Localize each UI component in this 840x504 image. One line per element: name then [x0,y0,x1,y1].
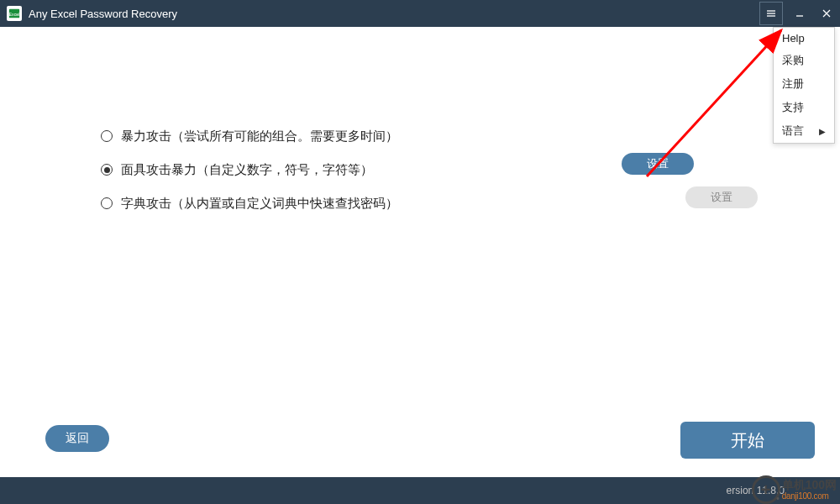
mask-settings-button[interactable]: 设置 [622,153,694,175]
button-label: 设置 [711,190,732,205]
hamburger-dropdown-menu: Help 采购 注册 支持 语言 ▶ [773,27,835,144]
option-mask-attack[interactable]: 面具攻击暴力（自定义数字，符号，字符等） [101,153,840,186]
radio-icon-selected [101,164,113,176]
radio-icon [101,197,113,209]
menu-item-label: Help [782,32,805,45]
menu-item-help[interactable]: Help [774,28,834,49]
app-title: Any Excel Password Recovery [29,8,177,20]
main-content: 暴力攻击（尝试所有可能的组合。需要更多时间） 面具攻击暴力（自定义数字，符号，字… [0,27,840,477]
watermark-logo-icon: + [752,475,780,504]
button-label: 开始 [731,429,764,452]
menu-item-label: 采购 [782,53,804,68]
menu-item-register[interactable]: 注册 [774,72,834,96]
titlebar: Excel Any Excel Password Recovery [0,0,840,27]
close-button[interactable] [813,0,840,27]
menu-item-purchase[interactable]: 采购 [774,49,834,72]
svg-text:Excel: Excel [9,12,20,17]
menu-item-language[interactable]: 语言 ▶ [774,119,834,143]
watermark-url: danji100.com [782,491,837,501]
menu-item-label: 注册 [782,76,804,92]
watermark-cn: 单机100网 [782,479,837,491]
menu-item-label: 语言 [782,123,804,139]
option-brute-force[interactable]: 暴力攻击（尝试所有可能的组合。需要更多时间） [101,119,840,153]
menu-item-support[interactable]: 支持 [774,96,834,119]
button-label: 设置 [647,156,669,171]
start-button[interactable]: 开始 [680,422,815,459]
menu-item-label: 支持 [782,100,804,115]
option-label: 面具攻击暴力（自定义数字，符号，字符等） [121,162,373,178]
minimize-button[interactable] [786,0,813,27]
app-icon: Excel [7,6,22,21]
radio-icon [101,130,113,142]
chevron-right-icon: ▶ [819,127,826,136]
dictionary-settings-button: 设置 [685,186,758,208]
back-button[interactable]: 返回 [45,425,109,452]
footer-bar: ersion 11.8.0 [0,477,840,504]
option-label: 暴力攻击（尝试所有可能的组合。需要更多时间） [121,129,398,144]
watermark: + 单机100网 danji100.com [752,475,837,504]
hamburger-menu-button[interactable] [759,2,783,25]
option-label: 字典攻击（从内置或自定义词典中快速查找密码） [121,196,398,212]
button-label: 返回 [66,431,89,446]
